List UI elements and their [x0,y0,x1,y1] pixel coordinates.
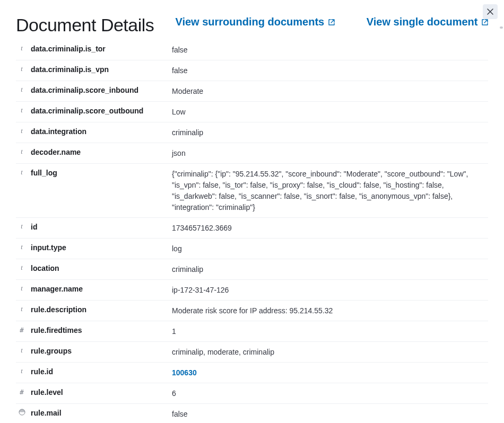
field-value: ip-172-31-47-126 [172,284,488,296]
field-name: manager.name [28,284,172,293]
field-name: data.criminalip.score_inbound [28,85,172,94]
field-type-icon-cell [16,408,28,416]
string-type-icon: t [21,65,22,73]
field-name: rule.mail [28,408,172,417]
field-name: id [28,222,172,231]
table-row: #rule.level6 [16,383,488,404]
boolean-type-icon [19,409,25,416]
number-type-icon: # [20,388,24,396]
string-type-icon: t [21,86,22,94]
field-type-icon-cell: t [16,263,28,272]
close-icon [486,8,494,15]
field-name: rule.level [28,387,172,396]
table-row: trule.descriptionModerate risk score for… [16,301,488,321]
field-type-icon-cell: t [16,222,28,231]
field-value: Moderate [172,85,488,97]
field-value: false [172,65,488,76]
string-type-icon: t [21,127,22,135]
field-type-icon-cell: t [16,44,28,52]
field-value: false [172,408,488,420]
field-value: {"criminalip": {"ip": "95.214.55.32", "s… [172,168,488,213]
field-value: criminalip [172,263,488,275]
field-value-link[interactable]: 100630 [172,367,488,378]
table-row: tdata.criminalip.score_outboundLow [16,102,488,122]
table-row: rule.mailfalse [16,404,488,423]
field-value: log [172,243,488,254]
view-single-label: View single document [367,16,478,28]
field-name: rule.groups [28,346,172,355]
table-row: tfull_log{"criminalip": {"ip": "95.214.5… [16,164,488,218]
field-type-icon-cell: t [16,168,28,177]
string-type-icon: t [21,243,22,251]
popout-icon [328,19,335,25]
table-row: trule.id100630 [16,363,488,383]
close-button[interactable] [483,4,498,19]
field-type-icon-cell: t [16,346,28,355]
document-fields-table: tdata.criminalip.is_torfalsetdata.crimin… [16,40,488,423]
table-row: trule.groupscriminalip, moderate, crimin… [16,342,488,363]
table-row: #rule.firedtimes1 [16,321,488,342]
field-name: decoder.name [28,147,172,156]
field-name: data.criminalip.score_outbound [28,106,172,115]
field-name: full_log [28,168,172,177]
field-type-icon-cell: # [16,325,28,334]
field-name: rule.id [28,367,172,376]
field-value: 6 [172,387,488,399]
field-name: location [28,263,172,272]
field-type-icon-cell: t [16,284,28,293]
table-row: tdecoder.namejson [16,143,488,164]
field-value: criminalip, moderate, criminalip [172,346,488,358]
table-row: tdata.criminalip.is_vpnfalse [16,60,488,81]
table-row: tinput.typelog [16,239,488,259]
field-type-icon-cell: t [16,305,28,313]
field-type-icon-cell: # [16,387,28,396]
field-name: data.criminalip.is_vpn [28,65,172,74]
number-type-icon: # [20,326,24,334]
field-name: data.integration [28,127,172,136]
popout-icon [482,19,488,25]
field-type-icon-cell: t [16,85,28,94]
field-type-icon-cell: t [16,367,28,375]
field-name: input.type [28,243,172,252]
string-type-icon: t [21,223,22,231]
field-type-icon-cell: t [16,106,28,114]
table-row: tid1734657162.3669 [16,218,488,239]
view-single-link[interactable]: View single document [367,15,488,29]
string-type-icon: t [21,367,22,375]
table-row: tdata.criminalip.score_inboundModerate [16,81,488,102]
field-name: rule.description [28,305,172,314]
field-name: rule.firedtimes [28,325,172,334]
table-row: tlocationcriminalip [16,259,488,280]
field-type-icon-cell: t [16,243,28,251]
field-value: Moderate risk score for IP address: 95.2… [172,305,488,316]
table-row: tmanager.nameip-172-31-47-126 [16,280,488,301]
table-row: tdata.integrationcriminalip [16,122,488,143]
field-name: data.criminalip.is_tor [28,44,172,53]
field-value: 1734657162.3669 [172,222,488,234]
string-type-icon: t [21,45,22,52]
field-type-icon-cell: t [16,147,28,156]
string-type-icon: t [21,148,22,156]
string-type-icon: t [21,264,22,272]
page-title: Document Details [16,15,175,36]
field-type-icon-cell: t [16,65,28,73]
field-value: json [172,147,488,159]
field-value: false [172,44,488,56]
view-surrounding-label: View surrounding documents [175,16,324,28]
field-value: Low [172,106,488,118]
table-row: tdata.criminalip.is_torfalse [16,40,488,60]
view-surrounding-link[interactable]: View surrounding documents [175,15,334,29]
field-value: 1 [172,325,488,337]
field-value: criminalip [172,127,488,138]
field-type-icon-cell: t [16,127,28,135]
scrollbar[interactable] [500,27,503,29]
string-type-icon: t [21,169,22,177]
string-type-icon: t [21,285,22,293]
string-type-icon: t [21,347,22,355]
string-type-icon: t [21,107,22,114]
string-type-icon: t [21,305,22,313]
